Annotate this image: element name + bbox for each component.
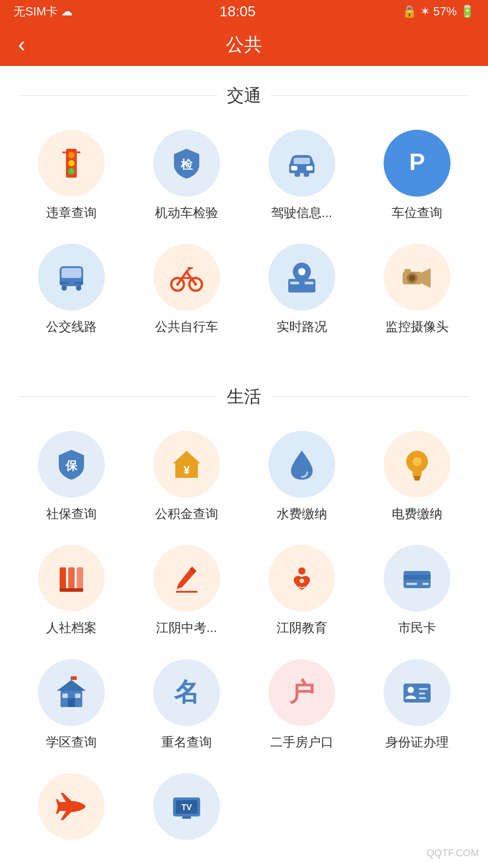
- parking-icon: P: [399, 145, 435, 181]
- parking-icon-circle: P: [384, 130, 450, 197]
- svg-rect-53: [75, 693, 80, 698]
- svg-rect-64: [182, 816, 191, 819]
- svg-text:P: P: [409, 149, 425, 175]
- traffic-live-label: 实时路况: [277, 319, 327, 335]
- school-district-icon-circle: [38, 659, 105, 726]
- life-section-header: 生活: [0, 385, 488, 408]
- bus-icon: [53, 259, 89, 295]
- citizen-card-label: 市民卡: [398, 620, 436, 636]
- list-item[interactable]: 身份证办理: [364, 659, 470, 750]
- secondhand-house-label: 二手房户口: [270, 734, 333, 750]
- list-item[interactable]: TV: [133, 773, 239, 848]
- svg-text:名: 名: [174, 678, 199, 706]
- svg-rect-56: [404, 684, 431, 703]
- social-security-label: 社保查询: [46, 506, 97, 522]
- parking-label: 车位查询: [392, 205, 442, 221]
- svg-text:检: 检: [180, 158, 193, 171]
- section-line-right: [270, 95, 470, 96]
- svg-rect-36: [60, 567, 66, 591]
- list-item[interactable]: 江阴教育: [249, 545, 355, 636]
- id-card-label: 身份证办理: [385, 734, 449, 750]
- list-item[interactable]: 检 机动车检验: [133, 130, 239, 221]
- svg-rect-9: [294, 158, 310, 164]
- svg-point-41: [298, 567, 305, 575]
- life-grid: 保 社保查询 ¥ 公积金查询: [0, 431, 488, 750]
- svg-rect-7: [291, 166, 297, 170]
- svg-rect-23: [290, 282, 299, 284]
- shield-bao-icon: 保: [53, 446, 89, 482]
- list-item[interactable]: 保 社保查询: [18, 431, 124, 522]
- svg-marker-28: [422, 268, 431, 288]
- traffic-section: 交通 违章查询: [0, 66, 488, 358]
- section-line-left2: [18, 396, 218, 397]
- camera-icon: [399, 259, 435, 295]
- driving-info-label: 驾驶信息...: [271, 205, 332, 221]
- list-item[interactable]: 违章查询: [18, 130, 124, 221]
- water-fee-icon-circle: [268, 431, 335, 498]
- list-item[interactable]: 户 二手房户口: [249, 659, 355, 750]
- list-item[interactable]: 人社档案: [18, 545, 124, 636]
- school-district-label: 学区查询: [46, 734, 97, 750]
- list-item[interactable]: 实时路况: [249, 244, 355, 335]
- list-item[interactable]: 公共自行车: [133, 244, 239, 335]
- bus-route-icon-circle: [38, 244, 105, 311]
- list-item[interactable]: ¥ 公积金查询: [133, 431, 239, 522]
- svg-rect-4: [62, 151, 66, 153]
- svg-text:保: 保: [65, 459, 78, 472]
- traffic-grid: 违章查询 检 机动车检验: [0, 130, 488, 335]
- status-bar: 无SIM卡 ☁ 18:05 🔒 ✶ 57% 🔋: [0, 0, 488, 23]
- svg-marker-48: [57, 680, 86, 691]
- house-yen-icon: ¥: [169, 446, 205, 482]
- list-item[interactable]: [18, 773, 124, 848]
- watermark: QQTF.COM: [427, 847, 479, 859]
- svg-rect-58: [419, 688, 428, 690]
- svg-rect-5: [77, 151, 80, 153]
- jiangyin-edu-label: 江阴教育: [277, 620, 327, 636]
- back-button[interactable]: ‹: [18, 33, 25, 55]
- house-hu-icon: 户: [284, 675, 320, 711]
- svg-rect-60: [419, 697, 426, 699]
- tv-icon: TV: [169, 788, 205, 825]
- education-icon: [284, 560, 320, 596]
- list-item[interactable]: 驾驶信息...: [249, 130, 355, 221]
- vehicle-inspect-label: 机动车检验: [155, 205, 218, 221]
- tv-icon-circle: TV: [153, 773, 220, 840]
- main-content: 交通 违章查询: [0, 66, 488, 868]
- svg-rect-51: [68, 698, 75, 707]
- provident-fund-label: 公积金查询: [155, 506, 218, 522]
- list-item[interactable]: 监控摄像头: [364, 244, 470, 335]
- list-item[interactable]: 电费缴纳: [364, 431, 470, 522]
- list-item[interactable]: 市民卡: [364, 545, 470, 636]
- citizen-card-icon-circle: [384, 545, 450, 612]
- svg-point-42: [300, 579, 304, 583]
- electricity-icon-circle: [384, 431, 450, 498]
- list-item[interactable]: 名 重名查询: [133, 659, 239, 750]
- list-item[interactable]: 江阴中考...: [133, 545, 239, 636]
- section-line-left: [18, 95, 218, 96]
- svg-rect-52: [62, 693, 68, 698]
- bike-icon-circle: [153, 244, 220, 311]
- svg-point-3: [68, 168, 75, 175]
- social-security-icon-circle: 保: [38, 431, 105, 498]
- traffic-title: 交通: [227, 84, 261, 107]
- svg-rect-29: [404, 269, 411, 273]
- bus-route-label: 公交线路: [46, 319, 97, 335]
- svg-point-27: [409, 275, 415, 281]
- water-fee-label: 水费缴纳: [277, 506, 327, 522]
- hr-archive-label: 人社档案: [46, 620, 97, 636]
- status-left: 无SIM卡 ☁: [14, 4, 73, 19]
- traffic-section-header: 交通: [0, 84, 488, 107]
- jiangyin-edu-icon-circle: [268, 545, 335, 612]
- svg-rect-37: [68, 567, 75, 591]
- car-icon: [284, 145, 320, 181]
- list-item[interactable]: 公交线路: [18, 244, 124, 335]
- pen-icon: [169, 560, 205, 596]
- name-query-icon-circle: 名: [153, 659, 220, 726]
- svg-text:户: 户: [289, 678, 314, 706]
- list-item[interactable]: P 车位查询: [364, 130, 470, 221]
- list-item[interactable]: 水费缴纳: [249, 431, 355, 522]
- driving-info-icon-circle: [268, 130, 335, 197]
- list-item[interactable]: 学区查询: [18, 659, 124, 750]
- page-title: 公共: [226, 32, 262, 57]
- school-icon: [53, 675, 89, 711]
